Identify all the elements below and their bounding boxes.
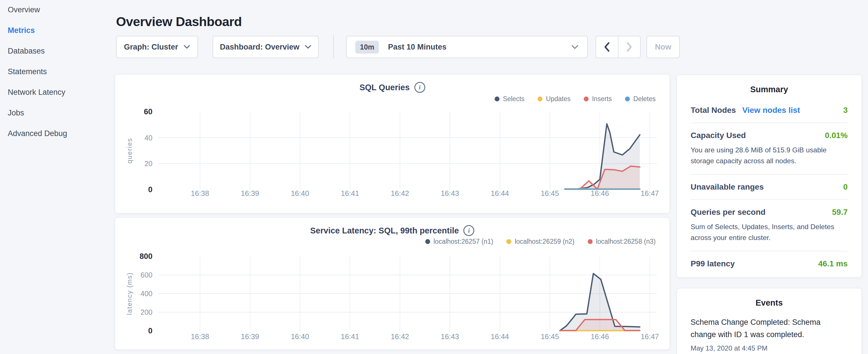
x-tick-label: 16:38 (191, 332, 209, 341)
now-button[interactable]: Now (647, 36, 680, 58)
x-tick-label: 16:39 (241, 189, 259, 197)
summary-row-label: Total Nodes (691, 106, 736, 115)
summary-row-description: Sum of Selects, Updates, Inserts, and De… (691, 221, 848, 243)
sidebar-item-advanced-debug[interactable]: Advanced Debug (8, 129, 109, 137)
summary-row-p99-latency: P99 latency46.1 ms (691, 251, 848, 276)
summary-row-label: P99 latency (691, 259, 735, 268)
x-tick-label: 16:44 (491, 332, 509, 341)
time-range-dropdown[interactable]: 10m Past 10 Minutes (346, 36, 588, 58)
x-tick-label: 16:45 (541, 189, 559, 197)
summary-row-value: 0.01% (825, 131, 848, 140)
y-tick-label: 600 (141, 271, 152, 279)
sql-queries-chart: 020406016:3816:3916:4016:4116:4216:4316:… (115, 74, 670, 213)
chevron-down-icon (305, 45, 311, 49)
sidebar-item-overview[interactable]: Overview (8, 6, 109, 14)
y-tick-label: 200 (141, 308, 152, 316)
sql-queries-chart-card: SQL Queries i SelectsUpdatesInsertsDelet… (115, 74, 670, 214)
x-tick-label: 16:42 (391, 332, 409, 341)
dashboard-dropdown[interactable]: Dashboard: Overview (213, 36, 319, 58)
graph-scope-label: Graph: Cluster (124, 43, 178, 52)
dashboard-label: Dashboard: Overview (220, 43, 300, 52)
step-forward-button-disabled[interactable] (618, 36, 640, 58)
sidebar-item-network-latency[interactable]: Network Latency (8, 88, 109, 96)
summary-title: Summary (691, 85, 848, 94)
summary-row-label: Queries per second (691, 207, 766, 217)
x-tick-label: 16:47 (641, 332, 659, 341)
y-axis-label: latency (ms) (126, 272, 133, 315)
sidebar-item-statements[interactable]: Statements (8, 68, 109, 75)
time-step-buttons (595, 36, 641, 58)
summary-panel: Summary Total NodesView nodes list3Capac… (676, 74, 862, 278)
events-title: Events (691, 298, 848, 308)
x-tick-label: 16:43 (441, 332, 459, 341)
x-tick-label: 16:46 (591, 189, 609, 197)
step-back-button[interactable] (596, 36, 618, 58)
event-timestamp: May 13, 2020 at 4:45 PM (691, 344, 848, 352)
y-tick-label: 20 (145, 160, 152, 167)
x-tick-label: 16:41 (341, 332, 359, 341)
summary-row-unavailable-ranges: Unavailable ranges0 (691, 174, 848, 199)
x-tick-label: 16:42 (391, 189, 409, 197)
view-nodes-list-link[interactable]: View nodes list (742, 106, 800, 115)
events-list: Schema Change Completed: Schema change w… (691, 316, 848, 352)
x-tick-label: 16:39 (241, 332, 259, 341)
x-tick-label: 16:47 (641, 189, 659, 197)
x-tick-label: 16:44 (491, 189, 509, 197)
chevron-down-icon (571, 45, 579, 49)
graph-scope-dropdown[interactable]: Graph: Cluster (116, 36, 198, 58)
summary-row-total-nodes: Total NodesView nodes list3 (691, 106, 848, 123)
event-message: Schema Change Completed: Schema change w… (691, 316, 848, 341)
sidebar: OverviewMetricsDatabasesStatementsNetwor… (0, 0, 109, 150)
service-latency-chart: 020040060080016:3816:3916:4016:4116:4216… (115, 218, 670, 349)
summary-row-value: 46.1 ms (818, 259, 848, 268)
y-tick-label: 60 (144, 107, 152, 116)
summary-row-description: You are using 28.6 MiB of 515.9 GiB usab… (691, 144, 848, 166)
x-tick-label: 16:45 (541, 332, 559, 341)
y-tick-label: 400 (141, 290, 152, 297)
y-tick-label: 0 (148, 185, 152, 194)
summary-row-value: 0 (843, 183, 848, 192)
sidebar-item-jobs[interactable]: Jobs (8, 109, 109, 117)
controls-divider (333, 35, 334, 59)
x-tick-label: 16:43 (441, 189, 459, 197)
metrics-overview-page: { "page": { "title": "Overview Dashboard… (0, 0, 868, 354)
y-axis-label: queries (126, 138, 133, 163)
summary-row-value: 59.7 (832, 207, 848, 217)
sidebar-item-metrics[interactable]: Metrics (8, 26, 109, 34)
summary-row-label: Capacity Used (691, 131, 746, 140)
x-tick-label: 16:40 (291, 189, 309, 197)
time-range-badge: 10m (355, 41, 379, 54)
x-tick-label: 16:46 (591, 332, 609, 341)
y-tick-label: 40 (145, 134, 152, 142)
y-tick-label: 0 (148, 326, 152, 335)
summary-row-queries-per-second: Queries per second59.7Sum of Selects, Up… (691, 199, 848, 251)
time-range-label: Past 10 Minutes (388, 43, 446, 52)
events-panel: Events Schema Change Completed: Schema c… (676, 288, 862, 354)
page-title: Overview Dashboard (116, 14, 242, 29)
summary-rows: Total NodesView nodes list3Capacity Used… (691, 106, 848, 276)
summary-row-capacity-used: Capacity Used0.01%You are using 28.6 MiB… (691, 123, 848, 174)
sidebar-item-databases[interactable]: Databases (8, 47, 109, 55)
x-tick-label: 16:40 (291, 332, 309, 341)
summary-row-label: Unavailable ranges (691, 183, 764, 192)
service-latency-chart-card: Service Latency: SQL, 99th percentile i … (115, 217, 670, 350)
y-tick-label: 800 (140, 252, 152, 261)
x-tick-label: 16:38 (191, 189, 209, 197)
x-tick-label: 16:41 (341, 189, 359, 197)
summary-row-value: 3 (843, 106, 848, 115)
event-item[interactable]: Schema Change Completed: Schema change w… (691, 316, 848, 352)
chevron-down-icon (183, 45, 190, 49)
